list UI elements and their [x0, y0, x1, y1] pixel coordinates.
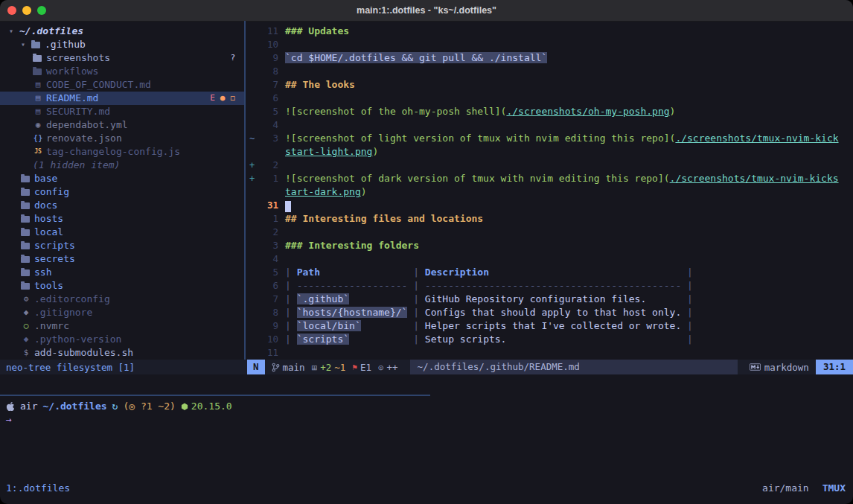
line-number: 11: [258, 25, 285, 38]
apple-icon: [6, 401, 15, 412]
tmux-pane-divider[interactable]: [0, 395, 430, 396]
tmux-window-label[interactable]: 1:.dotfiles: [6, 482, 70, 494]
diff-added: +2: [320, 362, 331, 373]
folder-icon: [21, 283, 30, 290]
tree-item-tag-changelog-config-js[interactable]: JStag-changelog-config.js: [0, 145, 244, 159]
tree-item-tools[interactable]: tools: [0, 279, 244, 293]
editor-line[interactable]: 2: [246, 226, 853, 239]
tree-item-badges: ?: [230, 51, 244, 65]
tree-item-security-md[interactable]: ▤SECURITY.md: [0, 105, 244, 118]
minimize-window-button[interactable]: [22, 6, 31, 15]
editor-line[interactable]: 5| Path | Description |: [246, 266, 853, 279]
editor-line[interactable]: +1![screenshot of dark version of tmux w…: [246, 172, 853, 185]
tree-item-readme-md[interactable]: ▤README.mdE●◻: [0, 92, 244, 105]
tree-item-label: .editorconfig: [34, 293, 110, 306]
tree-item-secrets[interactable]: secrets: [0, 252, 244, 266]
status-row: neo-tree filesystem [1] N main ⊞ +2 ~: [0, 360, 853, 374]
line-number: 4: [258, 252, 285, 266]
editor-line[interactable]: 7| `.github` | GitHub Repository configu…: [246, 293, 853, 306]
gutter-sign: +: [246, 172, 258, 185]
gutter-sign: [246, 199, 258, 212]
tmux-session-label: air/main: [762, 482, 809, 494]
line-number: 3: [258, 239, 285, 252]
editor-line[interactable]: 1## Interesting files and locations: [246, 212, 853, 226]
expander-icon[interactable]: ▾: [9, 25, 19, 38]
js-icon: JS: [33, 145, 43, 159]
tree-item-workflows[interactable]: workflows: [0, 65, 244, 78]
editor-line[interactable]: 10| `scripts` | Setup scripts. |: [246, 333, 853, 346]
tree-item-1-hidden-item[interactable]: (1 hidden item): [0, 159, 244, 172]
tree-item-hosts[interactable]: hosts: [0, 212, 244, 226]
dollar-icon: $: [21, 346, 31, 360]
editor-line[interactable]: 4: [246, 118, 853, 132]
editor-line[interactable]: +2: [246, 159, 853, 172]
gutter-sign: [246, 293, 258, 306]
braces-icon: {}: [33, 132, 43, 145]
diagnostics-count: E1: [360, 362, 371, 373]
editor-line[interactable]: 10: [246, 38, 853, 51]
tree-item-gitignore[interactable]: ◆.gitignore: [0, 306, 244, 319]
plugin-status: ⊙ ++: [378, 362, 398, 373]
plugin-count: ++: [387, 362, 398, 373]
folder-icon: [33, 55, 42, 62]
close-window-button[interactable]: [7, 6, 16, 15]
editor-line[interactable]: 8| `hosts/{hostname}/` | Configs that sh…: [246, 306, 853, 319]
line-number: 9: [258, 319, 285, 333]
editor-line[interactable]: 4: [246, 252, 853, 266]
tree-item-label: screenshots: [46, 51, 110, 65]
tmux-statusbar: 1:.dotfiles air/main TMUX: [0, 480, 853, 495]
editor-line[interactable]: 3### Interesting folders: [246, 239, 853, 252]
line-text: ![screenshot of dark version of tmux wit…: [285, 172, 839, 185]
shell-pane[interactable]: air ~/.dotfiles ↻ (◎ ?1 ~2) 20.15.0 →: [0, 400, 853, 427]
prompt-user: air: [20, 400, 37, 413]
tree-item-github[interactable]: ▾.github: [0, 38, 244, 51]
editor-line[interactable]: ~3![screenshot of light version of tmux …: [246, 132, 853, 145]
editor-line[interactable]: start-light.png): [246, 145, 853, 159]
tree-item-nvmrc[interactable]: ○.nvmrc: [0, 319, 244, 333]
folder-icon: [21, 176, 30, 182]
tree-item-scripts[interactable]: scripts: [0, 239, 244, 252]
line-text: ![screenshot of light version of tmux wi…: [285, 132, 839, 145]
editor-line[interactable]: 9| `local/bin` | Helper scripts that I'v…: [246, 319, 853, 333]
editor-line[interactable]: 9`cd $HOME/.dotfiles && git pull && ./in…: [246, 51, 853, 65]
editor-line[interactable]: 6: [246, 92, 853, 105]
tree-item-python-version[interactable]: ◆.python-version: [0, 333, 244, 346]
line-number: 11: [258, 346, 285, 360]
editor-line[interactable]: 11: [246, 346, 853, 360]
line-text: ## The looks: [285, 78, 355, 92]
doc-icon: ▤: [33, 92, 43, 105]
tree-item-dotfiles[interactable]: ▾~/.dotfiles: [0, 25, 244, 38]
line-number: 3: [258, 132, 285, 145]
plugin-icon: ⊙: [378, 362, 384, 373]
editor-line[interactable]: 31: [246, 199, 853, 212]
editor-line[interactable]: 5![screenshot of the oh-my-posh shell](.…: [246, 105, 853, 118]
editor-line[interactable]: tart-dark.png): [246, 185, 853, 199]
tree-item-screenshots[interactable]: screenshots?: [0, 51, 244, 65]
tree-item-config[interactable]: config: [0, 185, 244, 199]
file-tree[interactable]: ▾~/.dotfiles▾.githubscreenshots?workflow…: [0, 21, 246, 360]
tree-item-editorconfig[interactable]: ⚙.editorconfig: [0, 293, 244, 306]
editor-line[interactable]: 11### Updates: [246, 25, 853, 38]
editor-line[interactable]: 8: [246, 65, 853, 78]
gutter-sign: [246, 185, 258, 199]
tree-item-code-of-conduct-md[interactable]: ▤CODE_OF_CONDUCT.md: [0, 78, 244, 92]
editor-line[interactable]: 7## The looks: [246, 78, 853, 92]
tree-item-docs[interactable]: docs: [0, 199, 244, 212]
expander-icon[interactable]: ▾: [21, 38, 31, 51]
tree-item-label: .gitignore: [34, 306, 92, 319]
zoom-window-button[interactable]: [37, 6, 46, 15]
tree-item-label: .github: [45, 38, 86, 51]
tree-item-local[interactable]: local: [0, 226, 244, 239]
tree-item-dependabot-yml[interactable]: ◉dependabot.yml: [0, 118, 244, 132]
tree-item-label: (1 hidden item): [33, 159, 120, 172]
tree-item-add-submodules-sh[interactable]: $add-submodules.sh: [0, 346, 244, 360]
tree-item-ssh[interactable]: ssh: [0, 266, 244, 279]
editor-buffer[interactable]: 11### Updates109`cd $HOME/.dotfiles && g…: [246, 21, 853, 360]
editor-line[interactable]: 6| ------------------- | ---------------…: [246, 279, 853, 293]
tree-item-label: ~/.dotfiles: [19, 25, 83, 38]
tree-item-base[interactable]: base: [0, 172, 244, 185]
diagnostics: ⚑ E1: [352, 362, 371, 373]
tree-item-label: SECURITY.md: [46, 105, 110, 118]
tree-item-label: docs: [34, 199, 57, 212]
tree-item-renovate-json[interactable]: {}renovate.json: [0, 132, 244, 145]
